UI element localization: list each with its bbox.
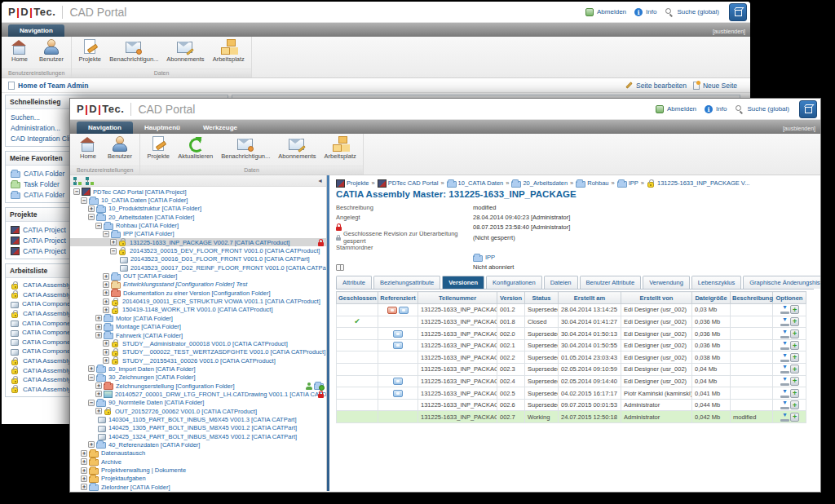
tree-row[interactable]: +Montage [CATIA Folder] <box>70 323 326 331</box>
detail-tab[interactable]: Verwendung <box>643 276 690 289</box>
tree-row[interactable]: +STUDY__Administrator_000018 V001.0 [CAT… <box>70 339 326 347</box>
tree-row[interactable]: +Entwicklungsstand [Configuration Folder… <box>70 281 326 289</box>
tree-expander-icon[interactable]: + <box>103 340 109 347</box>
table-row[interactable]: 131225-1633_INP_PACKAGE002.6Superseded09… <box>337 399 806 411</box>
tree-row[interactable]: −10_CATIA Daten [CATIA Folder] <box>70 196 326 204</box>
breadcrumb-item[interactable]: 10_CATIA Daten <box>447 179 504 188</box>
column-header[interactable]: Beschreibung <box>731 292 773 304</box>
tab-werkzeuge[interactable]: Werkzeuge <box>192 122 249 134</box>
tab-hauptmenü[interactable]: Hauptmenü <box>133 122 192 134</box>
download-icon[interactable] <box>780 317 790 326</box>
tree-row[interactable]: 140425_1324_PART_BOLT_INBUS_M8X45 V001.2… <box>70 432 326 440</box>
breadcrumb-item[interactable]: Projekte <box>336 179 369 188</box>
tree-expander-icon[interactable]: − <box>88 374 95 381</box>
tree-row[interactable]: +OUT [CATIA Folder] <box>70 272 326 280</box>
tree-expander-icon[interactable]: + <box>95 315 102 321</box>
download-icon[interactable] <box>780 413 790 422</box>
add-file-icon[interactable] <box>790 317 799 326</box>
tree-row[interactable]: +Projektaufgaben <box>70 475 326 483</box>
add-file-icon[interactable] <box>790 400 799 409</box>
column-header[interactable]: Status <box>525 292 559 304</box>
tree-expander-icon[interactable]: − <box>110 248 117 254</box>
add-file-icon[interactable] <box>790 389 799 398</box>
tree-row[interactable]: +STUDY__000022_TEST_WERTZASDFGHTE V001.0… <box>70 348 326 356</box>
column-header[interactable]: Version <box>497 292 525 304</box>
tree-row[interactable]: 20143523_00016_D01_FLOOR_FRONT V001.0 [C… <box>70 255 326 263</box>
column-header[interactable]: Teilenummer <box>418 292 497 304</box>
hide-link[interactable]: [ausblenden] <box>783 126 815 134</box>
breadcrumb-item[interactable]: 20_Arbeitsdaten <box>511 179 568 188</box>
download-icon[interactable] <box>780 400 790 409</box>
tree-expander-icon[interactable]: + <box>103 298 109 305</box>
detail-tab[interactable]: Beziehungsattribute <box>373 276 440 289</box>
ribbon-button-projects[interactable]: Projekte <box>78 39 101 63</box>
tree-expander-icon[interactable]: − <box>73 188 80 195</box>
tree-row[interactable]: +20140527_00001_DRW_LTG_FRONT_LH.CATDraw… <box>70 390 326 398</box>
tree-expander-icon[interactable]: + <box>103 290 109 296</box>
tree-row[interactable]: −20_Arbeitsdaten [CATIA Folder] <box>70 213 326 221</box>
tree-row[interactable]: +40_Referenzdaten [CATIA Folder] <box>70 440 326 449</box>
detail-tab[interactable]: Graphische Änderungshistorie <box>743 276 820 289</box>
add-file-icon[interactable] <box>790 377 799 386</box>
tree-row[interactable]: +131225-1633_INP_PACKAGE V002.7 [CATIA C… <box>70 238 326 246</box>
ribbon-button-subscriptions[interactable]: Abonnements <box>278 136 316 160</box>
tree-row[interactable]: +STUDY__20155431_00026 V001.0 [CATIA CAT… <box>70 356 326 365</box>
hide-link[interactable]: [ausblenden] <box>713 29 745 37</box>
download-icon[interactable] <box>780 329 790 338</box>
tree-row[interactable]: −90_Normteile Daten [CATIA Folder] <box>70 399 326 407</box>
tree-row[interactable]: −20143523_00015_DEV_FLOOR_FRONT V001.0 [… <box>70 246 326 254</box>
breadcrumb-item[interactable]: IPP <box>617 179 638 188</box>
tree-expander-icon[interactable]: + <box>103 281 109 288</box>
table-row[interactable]: 131225-1633_INP_PACKAGE001.2Superseded28… <box>337 304 806 316</box>
tree-expander-icon[interactable]: + <box>81 467 87 474</box>
add-file-icon[interactable] <box>790 341 799 350</box>
detail-tab[interactable]: Lebenszyklus <box>691 276 741 289</box>
property-value[interactable]: IPP <box>473 254 495 262</box>
breadcrumb-item[interactable]: PDTec CAD Portal <box>378 179 439 188</box>
tree-row[interactable]: +Zielordner [CATIA Folder] <box>70 483 326 491</box>
app-switcher-button[interactable] <box>729 3 747 21</box>
tree-row[interactable]: 140304_1105_PART_BOLT_INBUS_M6X45 V001.3… <box>70 415 326 423</box>
collapse-panel-icon[interactable]: ◄ <box>317 178 323 183</box>
ribbon-button-projects[interactable]: Projekte <box>147 136 170 160</box>
tree-row[interactable]: −30_Zeichnungen [CATIA Folder] <box>70 374 326 382</box>
ribbon-button-notifications[interactable]: Benachrichtigun... <box>109 39 158 63</box>
tree-row[interactable]: +20140419_00011_ECR_STRUKTUR VOWA V001.1… <box>70 297 326 305</box>
tree-expander-icon[interactable]: + <box>103 349 109 356</box>
add-file-icon[interactable] <box>790 353 799 362</box>
tree-row[interactable]: +Projektverwaltung | Dokumente <box>70 466 326 474</box>
tree-row[interactable]: +10_Produktstruktur [CATIA Folder] <box>70 205 326 213</box>
new-page-link[interactable]: Neue Seite <box>703 82 737 90</box>
tree-expander-icon[interactable]: + <box>110 239 117 245</box>
tree-row[interactable]: −PDTec CAD Portal [CATIA Project] <box>70 188 326 196</box>
tree-expander-icon[interactable]: + <box>88 206 95 212</box>
tree-row[interactable]: −Rohbau [CATIA Folder] <box>70 221 326 229</box>
tree-expander-icon[interactable]: − <box>103 231 109 237</box>
logout-link[interactable]: Abmelden <box>667 105 696 113</box>
tree-row[interactable]: +150419-1148_WORK_LTR V001.0 [CATIA CATP… <box>70 306 326 314</box>
column-header[interactable]: Referenziert <box>378 292 418 304</box>
tree-expander-icon[interactable]: + <box>103 357 109 364</box>
expand-tree-icon[interactable] <box>73 177 82 185</box>
table-row[interactable]: ✔131225-1633_INP_PACKAGE001.8Closed30.04… <box>337 316 806 328</box>
tree-expander-icon[interactable]: + <box>88 365 95 372</box>
table-row[interactable]: 131225-1633_INP_PACKAGE002.5Superseded04… <box>337 387 806 400</box>
app-switcher-button[interactable] <box>799 100 817 118</box>
tree-row[interactable]: +Dokumentation zu einer Version [Configu… <box>70 289 326 297</box>
detail-tab[interactable]: Versionen <box>442 276 484 289</box>
tree-expander-icon[interactable]: + <box>95 324 102 330</box>
column-header[interactable]: Erstellt am <box>559 292 621 304</box>
tree-expander-icon[interactable]: − <box>88 400 95 406</box>
tab-navigation[interactable]: Navigation <box>77 122 133 134</box>
detail-tab[interactable]: Dateien <box>544 276 578 289</box>
tree-expander-icon[interactable]: + <box>81 484 87 490</box>
table-row[interactable]: 131225-1633_INP_PACKAGE002.0Superseded30… <box>337 328 806 340</box>
tree-row[interactable]: 140425_1305_PART_BOLT_INBUS_M8X45 V001.2… <box>70 424 326 432</box>
add-file-icon[interactable] <box>790 305 799 314</box>
tree-expander-icon[interactable]: + <box>103 307 109 313</box>
tree-expander-icon[interactable]: + <box>103 273 109 280</box>
tree-row[interactable]: +Zeichnungserstellung [Configuration Fol… <box>70 382 326 390</box>
download-icon[interactable] <box>780 353 790 362</box>
add-file-icon[interactable] <box>790 365 799 374</box>
column-header[interactable]: Optionen <box>773 292 806 304</box>
